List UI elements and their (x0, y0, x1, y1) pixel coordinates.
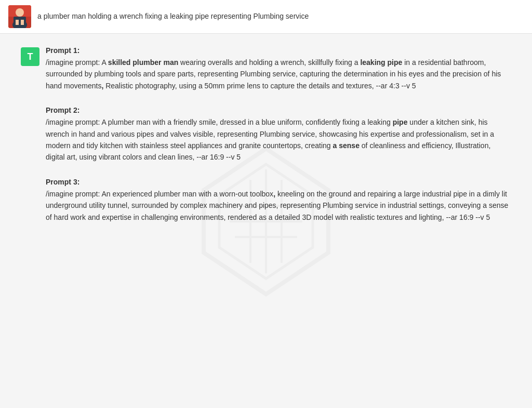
prompt-text-2: /imagine prompt: A plumber man with a fr… (46, 116, 511, 163)
svg-rect-5 (16, 20, 19, 25)
prompt-section-1: Prompt 1: /imagine prompt: A skilled plu… (46, 46, 511, 91)
svg-point-2 (16, 8, 24, 17)
svg-rect-4 (14, 17, 26, 24)
prompt-text-3: /imagine prompt: An experienced plumber … (46, 188, 511, 223)
prompts-container: Prompt 1: /imagine prompt: A skilled plu… (46, 46, 511, 238)
prompt-section-3: Prompt 3: /imagine prompt: An experience… (46, 178, 511, 223)
prompt-label-2: Prompt 2: (46, 106, 511, 114)
main-content: AIPRM AIPRM T Prompt 1: /imagine prompt:… (0, 34, 532, 408)
icon-row: T Prompt 1: /imagine prompt: A skilled p… (21, 46, 511, 238)
prompt-label-1: Prompt 1: (46, 46, 511, 55)
svg-rect-6 (21, 20, 24, 25)
header-description: a plumber man holding a wrench fixing a … (37, 11, 309, 22)
avatar (8, 5, 31, 28)
t-icon: T (21, 47, 39, 66)
content-wrapper: T Prompt 1: /imagine prompt: A skilled p… (21, 46, 511, 238)
header-bar: a plumber man holding a wrench fixing a … (0, 0, 532, 34)
prompt-text-1: /imagine prompt: A skilled plumber man w… (46, 57, 511, 91)
prompt-label-3: Prompt 3: (46, 178, 511, 186)
svg-text:AIPRM: AIPRM (214, 303, 284, 305)
prompt-section-2: Prompt 2: /imagine prompt: A plumber man… (46, 106, 511, 163)
